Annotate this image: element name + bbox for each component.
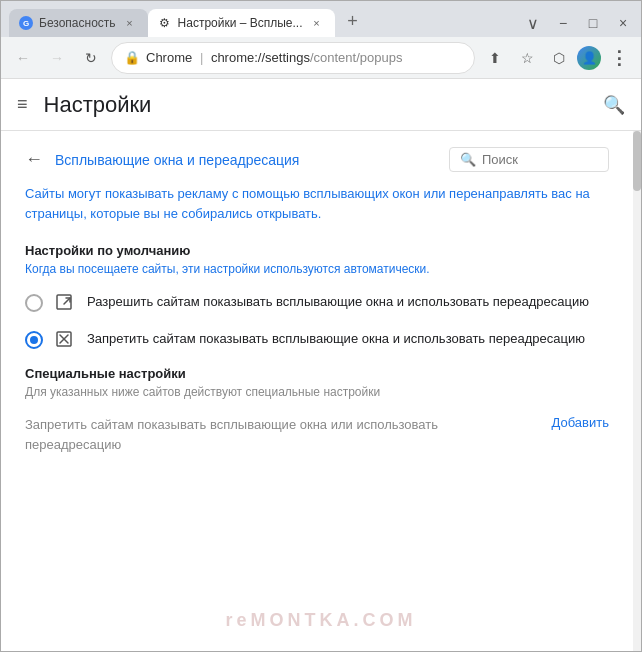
defaults-description: Когда вы посещаете сайты, эти настройки …: [25, 262, 609, 276]
close-button[interactable]: ×: [613, 13, 633, 33]
inner-content: ← Всплывающие окна и переадресация 🔍 Сай…: [1, 131, 633, 478]
refresh-button[interactable]: ↻: [77, 44, 105, 72]
url-domain: chrome://settings: [211, 50, 310, 65]
section-back-button[interactable]: ←: [25, 149, 43, 170]
defaults-title: Настройки по умолчанию: [25, 243, 609, 258]
section-title: Всплывающие окна и переадресация: [55, 152, 437, 168]
allow-icon: [55, 293, 75, 313]
bookmark-button[interactable]: ☆: [513, 44, 541, 72]
address-text: Chrome | chrome://settings/content/popup…: [146, 50, 462, 65]
browser-name-label: Chrome: [146, 50, 192, 65]
share-button[interactable]: ⬆: [481, 44, 509, 72]
add-row-text: Запретить сайтам показывать всплывающие …: [25, 415, 536, 454]
tab-settings[interactable]: ⚙ Настройки – Всплые... ×: [148, 9, 335, 37]
allow-label: Разрешить сайтам показывать всплывающие …: [87, 292, 589, 312]
toolbar-right: ⬆ ☆ ⬡ 👤 ⋮: [481, 44, 633, 72]
special-description: Для указанных ниже сайтов действуют спец…: [25, 385, 609, 399]
allow-option[interactable]: Разрешить сайтам показывать всплывающие …: [25, 292, 609, 313]
minimize-button[interactable]: ∨: [523, 13, 543, 33]
new-tab-button[interactable]: +: [339, 7, 367, 35]
block-radio[interactable]: [25, 331, 43, 349]
browser-window: G Безопасность × ⚙ Настройки – Всплые...…: [0, 0, 642, 652]
block-label: Запретить сайтам показывать всплывающие …: [87, 329, 585, 349]
tab-security[interactable]: G Безопасность ×: [9, 9, 148, 37]
maximize-button[interactable]: □: [583, 13, 603, 33]
section-search-input[interactable]: [482, 152, 602, 167]
add-row: Запретить сайтам показывать всплывающие …: [25, 415, 609, 454]
special-title: Специальные настройки: [25, 366, 609, 381]
allow-radio[interactable]: [25, 294, 43, 312]
header-search-button[interactable]: 🔍: [603, 94, 625, 116]
tab-security-close[interactable]: ×: [122, 15, 138, 31]
block-option[interactable]: Запретить сайтам показывать всплывающие …: [25, 329, 609, 350]
watermark: reMONTKA.COM: [226, 610, 417, 631]
url-path: /content/popups: [310, 50, 403, 65]
titlebar: G Безопасность × ⚙ Настройки – Всплые...…: [1, 1, 641, 37]
secure-icon: 🔒: [124, 50, 140, 65]
google-icon: G: [19, 16, 33, 30]
add-button[interactable]: Добавить: [552, 415, 609, 430]
settings-tab-icon: ⚙: [158, 16, 172, 30]
description-text: Сайты могут показывать рекламу с помощью…: [25, 184, 609, 223]
restore-button[interactable]: −: [553, 13, 573, 33]
page: ≡ Настройки 🔍 ← Всплывающие окна и переа…: [1, 79, 641, 651]
scrollbar-thumb[interactable]: [633, 131, 641, 191]
address-bar[interactable]: 🔒 Chrome | chrome://settings/content/pop…: [111, 42, 475, 74]
main-content: ≡ Настройки 🔍 ← Всплывающие окна и переа…: [1, 79, 641, 651]
svg-rect-0: [57, 295, 71, 309]
hamburger-menu[interactable]: ≡: [17, 94, 28, 115]
search-box-icon: 🔍: [460, 152, 476, 167]
section-nav: ← Всплывающие окна и переадресация 🔍: [25, 147, 609, 172]
profile-button[interactable]: 👤: [577, 46, 601, 70]
tab-security-label: Безопасность: [39, 16, 116, 30]
toolbar: ← → ↻ 🔒 Chrome | chrome://settings/conte…: [1, 37, 641, 79]
section-search-box[interactable]: 🔍: [449, 147, 609, 172]
content-area: ← Всплывающие окна и переадресация 🔍 Сай…: [1, 131, 641, 651]
tab-settings-label: Настройки – Всплые...: [178, 16, 303, 30]
back-button[interactable]: ←: [9, 44, 37, 72]
settings-header: ≡ Настройки 🔍: [1, 79, 641, 131]
forward-button[interactable]: →: [43, 44, 71, 72]
tab-settings-close[interactable]: ×: [309, 15, 325, 31]
scrollbar-track[interactable]: [633, 131, 641, 651]
settings-title: Настройки: [44, 92, 587, 118]
block-icon: [55, 330, 75, 350]
extensions-button[interactable]: ⬡: [545, 44, 573, 72]
menu-button[interactable]: ⋮: [605, 44, 633, 72]
tabs-row: G Безопасность × ⚙ Настройки – Всплые...…: [9, 7, 507, 37]
